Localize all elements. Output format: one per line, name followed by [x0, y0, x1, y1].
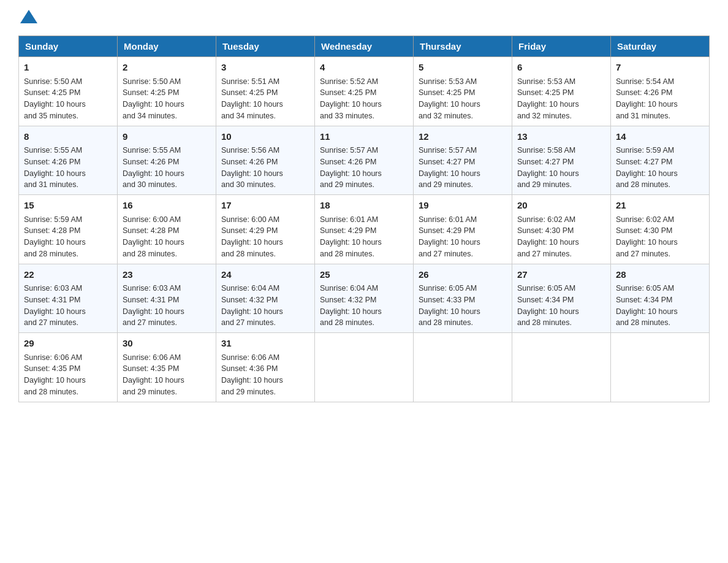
calendar-cell: 27Sunrise: 6:05 AMSunset: 4:34 PMDayligh…: [512, 264, 611, 333]
day-number: 8: [24, 130, 112, 144]
day-number: 27: [517, 268, 605, 282]
calendar-cell: 11Sunrise: 5:57 AMSunset: 4:26 PMDayligh…: [315, 126, 414, 195]
day-info: Sunrise: 5:58 AMSunset: 4:27 PMDaylight:…: [517, 145, 605, 191]
day-info: Sunrise: 6:06 AMSunset: 4:36 PMDaylight:…: [221, 352, 309, 398]
day-number: 21: [616, 199, 704, 213]
day-number: 7: [616, 61, 704, 75]
day-info: Sunrise: 5:56 AMSunset: 4:26 PMDaylight:…: [221, 145, 309, 191]
day-number: 22: [24, 268, 112, 282]
logo-triangle-icon: [20, 10, 37, 23]
day-number: 10: [221, 130, 309, 144]
calendar-cell: 17Sunrise: 6:00 AMSunset: 4:29 PMDayligh…: [216, 195, 315, 264]
day-number: 3: [221, 61, 309, 75]
calendar-table: SundayMondayTuesdayWednesdayThursdayFrid…: [18, 36, 710, 402]
day-info: Sunrise: 6:02 AMSunset: 4:30 PMDaylight:…: [517, 214, 605, 260]
day-number: 30: [123, 337, 211, 351]
calendar-cell: 28Sunrise: 6:05 AMSunset: 4:34 PMDayligh…: [611, 264, 710, 333]
calendar-cell: 16Sunrise: 6:00 AMSunset: 4:28 PMDayligh…: [118, 195, 216, 264]
header-saturday: Saturday: [611, 36, 710, 57]
day-number: 28: [616, 268, 704, 282]
page-header: [18, 12, 710, 23]
day-info: Sunrise: 5:52 AMSunset: 4:25 PMDaylight:…: [320, 76, 408, 122]
day-info: Sunrise: 6:01 AMSunset: 4:29 PMDaylight:…: [419, 214, 507, 260]
day-info: Sunrise: 5:51 AMSunset: 4:25 PMDaylight:…: [221, 76, 309, 122]
calendar-week-2: 8Sunrise: 5:55 AMSunset: 4:26 PMDaylight…: [19, 126, 710, 195]
day-number: 25: [320, 268, 408, 282]
header-tuesday: Tuesday: [216, 36, 315, 57]
day-number: 18: [320, 199, 408, 213]
calendar-cell: 23Sunrise: 6:03 AMSunset: 4:31 PMDayligh…: [118, 264, 216, 333]
header-sunday: Sunday: [19, 36, 118, 57]
day-info: Sunrise: 6:03 AMSunset: 4:31 PMDaylight:…: [123, 283, 211, 329]
day-number: 20: [517, 199, 605, 213]
calendar-cell: 29Sunrise: 6:06 AMSunset: 4:35 PMDayligh…: [19, 333, 118, 402]
day-info: Sunrise: 5:59 AMSunset: 4:28 PMDaylight:…: [24, 214, 112, 260]
calendar-week-4: 22Sunrise: 6:03 AMSunset: 4:31 PMDayligh…: [19, 264, 710, 333]
header-thursday: Thursday: [414, 36, 512, 57]
calendar-cell: 3Sunrise: 5:51 AMSunset: 4:25 PMDaylight…: [216, 57, 315, 126]
day-info: Sunrise: 6:00 AMSunset: 4:29 PMDaylight:…: [221, 214, 309, 260]
day-info: Sunrise: 5:53 AMSunset: 4:25 PMDaylight:…: [419, 76, 507, 122]
day-number: 17: [221, 199, 309, 213]
day-info: Sunrise: 6:06 AMSunset: 4:35 PMDaylight:…: [24, 352, 112, 398]
calendar-cell: 24Sunrise: 6:04 AMSunset: 4:32 PMDayligh…: [216, 264, 315, 333]
calendar-cell: 12Sunrise: 5:57 AMSunset: 4:27 PMDayligh…: [414, 126, 512, 195]
calendar-cell: [315, 333, 414, 402]
calendar-cell: 19Sunrise: 6:01 AMSunset: 4:29 PMDayligh…: [414, 195, 512, 264]
calendar-cell: 2Sunrise: 5:50 AMSunset: 4:25 PMDaylight…: [118, 57, 216, 126]
calendar-cell: 18Sunrise: 6:01 AMSunset: 4:29 PMDayligh…: [315, 195, 414, 264]
day-info: Sunrise: 5:55 AMSunset: 4:26 PMDaylight:…: [24, 145, 112, 191]
calendar-week-1: 1Sunrise: 5:50 AMSunset: 4:25 PMDaylight…: [19, 57, 710, 126]
logo: [18, 12, 39, 23]
day-number: 29: [24, 337, 112, 351]
calendar-cell: 7Sunrise: 5:54 AMSunset: 4:26 PMDaylight…: [611, 57, 710, 126]
header-wednesday: Wednesday: [315, 36, 414, 57]
calendar-header-row: SundayMondayTuesdayWednesdayThursdayFrid…: [19, 36, 710, 57]
day-number: 19: [419, 199, 507, 213]
calendar-cell: 6Sunrise: 5:53 AMSunset: 4:25 PMDaylight…: [512, 57, 611, 126]
day-info: Sunrise: 5:54 AMSunset: 4:26 PMDaylight:…: [616, 76, 704, 122]
day-info: Sunrise: 5:59 AMSunset: 4:27 PMDaylight:…: [616, 145, 704, 191]
calendar-cell: [512, 333, 611, 402]
day-info: Sunrise: 6:01 AMSunset: 4:29 PMDaylight:…: [320, 214, 408, 260]
day-number: 16: [123, 199, 211, 213]
calendar-cell: 10Sunrise: 5:56 AMSunset: 4:26 PMDayligh…: [216, 126, 315, 195]
day-number: 9: [123, 130, 211, 144]
calendar-cell: 31Sunrise: 6:06 AMSunset: 4:36 PMDayligh…: [216, 333, 315, 402]
day-number: 12: [419, 130, 507, 144]
calendar-cell: 13Sunrise: 5:58 AMSunset: 4:27 PMDayligh…: [512, 126, 611, 195]
calendar-cell: 22Sunrise: 6:03 AMSunset: 4:31 PMDayligh…: [19, 264, 118, 333]
day-info: Sunrise: 6:02 AMSunset: 4:30 PMDaylight:…: [616, 214, 704, 260]
day-info: Sunrise: 6:05 AMSunset: 4:33 PMDaylight:…: [419, 283, 507, 329]
calendar-cell: 25Sunrise: 6:04 AMSunset: 4:32 PMDayligh…: [315, 264, 414, 333]
day-number: 2: [123, 61, 211, 75]
day-info: Sunrise: 6:04 AMSunset: 4:32 PMDaylight:…: [221, 283, 309, 329]
day-number: 15: [24, 199, 112, 213]
day-number: 23: [123, 268, 211, 282]
calendar-week-5: 29Sunrise: 6:06 AMSunset: 4:35 PMDayligh…: [19, 333, 710, 402]
calendar-cell: 21Sunrise: 6:02 AMSunset: 4:30 PMDayligh…: [611, 195, 710, 264]
day-number: 13: [517, 130, 605, 144]
day-info: Sunrise: 5:50 AMSunset: 4:25 PMDaylight:…: [123, 76, 211, 122]
day-number: 14: [616, 130, 704, 144]
calendar-cell: 5Sunrise: 5:53 AMSunset: 4:25 PMDaylight…: [414, 57, 512, 126]
day-info: Sunrise: 5:55 AMSunset: 4:26 PMDaylight:…: [123, 145, 211, 191]
calendar-cell: 1Sunrise: 5:50 AMSunset: 4:25 PMDaylight…: [19, 57, 118, 126]
calendar-cell: 9Sunrise: 5:55 AMSunset: 4:26 PMDaylight…: [118, 126, 216, 195]
calendar-cell: 8Sunrise: 5:55 AMSunset: 4:26 PMDaylight…: [19, 126, 118, 195]
day-info: Sunrise: 6:04 AMSunset: 4:32 PMDaylight:…: [320, 283, 408, 329]
day-info: Sunrise: 6:03 AMSunset: 4:31 PMDaylight:…: [24, 283, 112, 329]
day-info: Sunrise: 6:06 AMSunset: 4:35 PMDaylight:…: [123, 352, 211, 398]
day-number: 1: [24, 61, 112, 75]
day-number: 26: [419, 268, 507, 282]
header-monday: Monday: [118, 36, 216, 57]
day-info: Sunrise: 5:50 AMSunset: 4:25 PMDaylight:…: [24, 76, 112, 122]
calendar-cell: 14Sunrise: 5:59 AMSunset: 4:27 PMDayligh…: [611, 126, 710, 195]
calendar-cell: 4Sunrise: 5:52 AMSunset: 4:25 PMDaylight…: [315, 57, 414, 126]
day-info: Sunrise: 5:53 AMSunset: 4:25 PMDaylight:…: [517, 76, 605, 122]
calendar-cell: [414, 333, 512, 402]
day-info: Sunrise: 6:00 AMSunset: 4:28 PMDaylight:…: [123, 214, 211, 260]
calendar-week-3: 15Sunrise: 5:59 AMSunset: 4:28 PMDayligh…: [19, 195, 710, 264]
day-info: Sunrise: 5:57 AMSunset: 4:26 PMDaylight:…: [320, 145, 408, 191]
calendar-cell: 26Sunrise: 6:05 AMSunset: 4:33 PMDayligh…: [414, 264, 512, 333]
